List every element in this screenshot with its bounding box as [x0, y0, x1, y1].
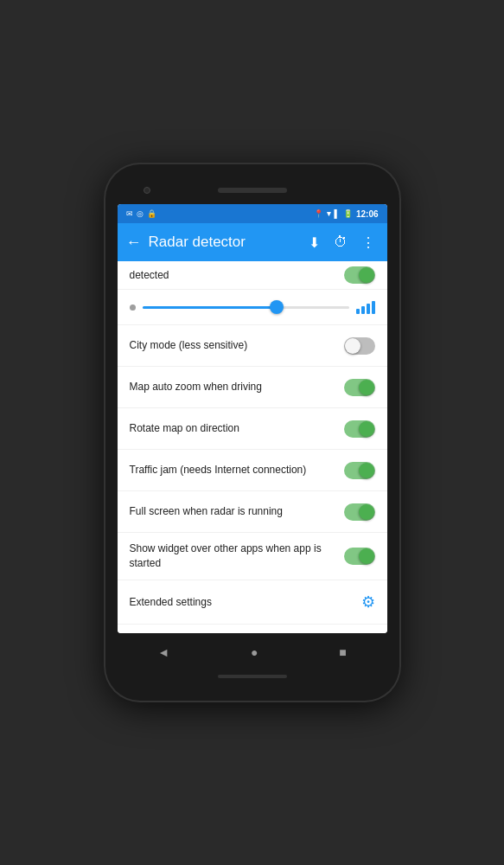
nav-recent-icon[interactable]: ■ [339, 645, 346, 659]
screen: ✉ ◎ 🔒 📍 ▾ ▌ 🔋 12:06 ← Radar detector ⬇ ⏱… [118, 204, 387, 633]
partial-toggle-thumb [359, 267, 374, 283]
bars-icon [356, 301, 375, 314]
wifi-icon: ▾ [327, 209, 331, 218]
setting-label-full-screen: Full screen when radar is running [130, 504, 344, 519]
app-bar: ← Radar detector ⬇ ⏱ ⋮ [118, 223, 387, 261]
slider-min-icon [130, 304, 136, 311]
nav-bar: ◄ ● ■ [118, 637, 387, 668]
mic-grill [218, 675, 287, 678]
time-display: 12:06 [356, 209, 379, 219]
status-right: 📍 ▾ ▌ 🔋 12:06 [314, 209, 379, 219]
partial-toggle[interactable] [344, 266, 375, 284]
extended-settings-label: Extended settings [130, 596, 212, 608]
setting-row-show-widget: Show widget over other apps when app is … [118, 533, 387, 580]
toggle-city-mode[interactable] [344, 337, 375, 355]
toggle-thumb-show-widget [359, 548, 374, 564]
nav-home-icon[interactable]: ● [251, 645, 258, 659]
partial-row: detected [118, 261, 387, 290]
setting-row-full-screen: Full screen when radar is running [118, 491, 387, 533]
battery-icon: 🔋 [343, 209, 353, 218]
partial-label: detected [130, 269, 169, 281]
bar1 [356, 309, 360, 314]
content-area: detected [118, 261, 387, 633]
slider-row [118, 290, 387, 325]
toggle-traffic-jam[interactable] [344, 462, 375, 479]
more-button[interactable]: ⋮ [358, 231, 379, 254]
download-button[interactable]: ⬇ [305, 231, 323, 254]
back-button[interactable]: ← [126, 234, 142, 252]
app-bar-title: Radar detector [149, 234, 298, 251]
toggle-thumb-city-mode [345, 338, 360, 354]
bar3 [367, 304, 370, 314]
email-icon: ✉ [126, 209, 133, 218]
gear-icon: ⚙ [361, 593, 375, 612]
signal-icon: ▌ [335, 209, 340, 218]
setting-row-map-auto-zoom: Map auto zoom when driving [118, 367, 387, 408]
phone-frame: ✉ ◎ 🔒 📍 ▾ ▌ 🔋 12:06 ← Radar detector ⬇ ⏱… [105, 164, 399, 701]
setting-label-rotate-map: Rotate map on direction [130, 421, 344, 436]
status-left: ✉ ◎ 🔒 [126, 209, 156, 218]
toggle-thumb-map-auto-zoom [359, 380, 374, 395]
slider-track-fill [143, 306, 277, 309]
toggle-thumb-full-screen [359, 504, 374, 520]
setting-label-traffic-jam: Traffic jam (needs Internet connection) [130, 463, 344, 477]
toggle-thumb-rotate-map [359, 421, 374, 437]
camera [144, 187, 150, 194]
setting-label-map-auto-zoom: Map auto zoom when driving [130, 380, 344, 394]
lock-icon: 🔒 [147, 209, 156, 218]
setting-label-show-widget: Show widget over other apps when app is … [130, 541, 344, 571]
toggle-rotate-map[interactable] [344, 420, 375, 438]
setting-row-rotate-map: Rotate map on direction [118, 408, 387, 450]
setting-label-city-mode: City mode (less sensitive) [130, 338, 344, 353]
location-icon: 📍 [314, 209, 323, 218]
clock-button[interactable]: ⏱ [330, 231, 351, 253]
slider-container[interactable] [143, 298, 349, 316]
phone-bottom [118, 668, 387, 685]
slider-thumb[interactable] [270, 300, 284, 314]
phone-top [118, 180, 387, 201]
toggle-full-screen[interactable] [344, 503, 375, 521]
status-bar: ✉ ◎ 🔒 📍 ▾ ▌ 🔋 12:06 [118, 204, 387, 223]
extended-settings-row[interactable]: Extended settings ⚙ [118, 580, 387, 625]
setting-row-city-mode: City mode (less sensitive) [118, 325, 387, 367]
setting-row-traffic-jam: Traffic jam (needs Internet connection) [118, 450, 387, 491]
bar4 [372, 301, 375, 314]
bar2 [361, 306, 365, 314]
nav-back-icon[interactable]: ◄ [157, 645, 169, 659]
toggle-show-widget[interactable] [344, 548, 375, 565]
toggle-map-auto-zoom[interactable] [344, 379, 375, 396]
circle-icon: ◎ [137, 209, 144, 218]
toggle-thumb-traffic-jam [359, 463, 374, 478]
speaker [218, 188, 287, 193]
